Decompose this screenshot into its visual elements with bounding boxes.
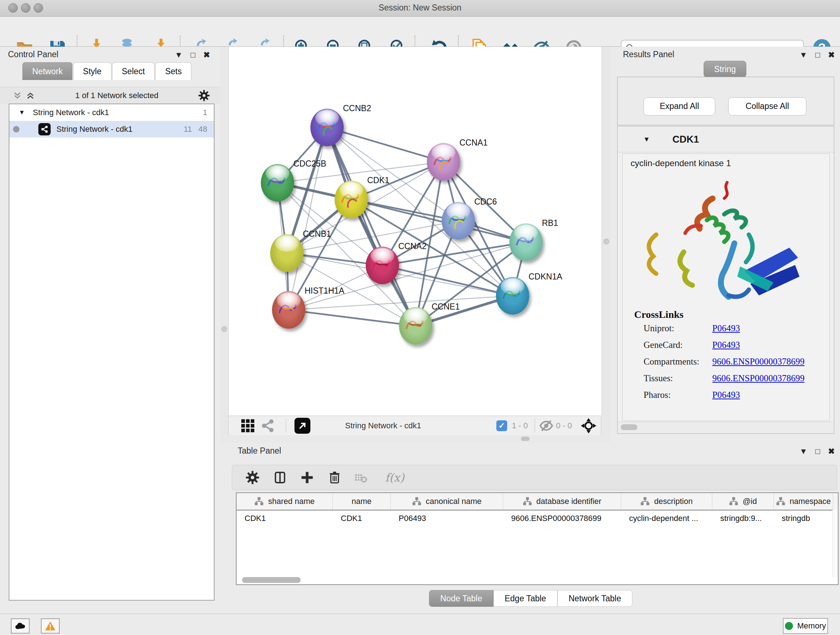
network-node-CCNB2[interactable] <box>310 109 344 146</box>
network-node-CDC6[interactable] <box>442 202 475 240</box>
panel-close-icon[interactable]: ✖ <box>203 51 210 59</box>
add-column-button[interactable] <box>297 467 317 488</box>
column-header-shared-name[interactable]: shared name <box>237 493 333 510</box>
detach-view-button[interactable] <box>294 416 310 435</box>
panel-menu-icon[interactable]: ▼ <box>175 51 183 59</box>
tab-style[interactable]: Style <box>73 62 111 80</box>
string-network-icon <box>38 123 51 135</box>
view-grid-button[interactable] <box>241 416 254 435</box>
selected-indicator[interactable]: ✓ <box>496 416 507 435</box>
tab-network[interactable]: Network <box>22 62 73 80</box>
delete-table-button[interactable] <box>350 467 370 488</box>
network-node-CDK1[interactable] <box>335 181 368 218</box>
expand-all-icon[interactable] <box>25 91 35 100</box>
network-node-CCNA2[interactable] <box>366 247 399 284</box>
left-splitter[interactable] <box>220 47 228 442</box>
cell[interactable]: 9606.ENSP00000378699 <box>503 514 621 523</box>
cell[interactable]: CDK1 <box>333 514 391 523</box>
cell[interactable]: cyclin-dependent ... <box>621 514 712 523</box>
hierarchy-icon <box>254 497 264 506</box>
panel-float-icon[interactable]: □ <box>191 51 195 59</box>
view-share-button[interactable] <box>261 416 275 435</box>
expand-all-button[interactable]: Expand All <box>644 97 715 116</box>
network-node-CCNB1[interactable] <box>270 234 303 272</box>
panel-float-icon[interactable]: □ <box>815 51 820 59</box>
collapse-all-icon[interactable] <box>12 91 22 100</box>
panel-menu-icon[interactable]: ▼ <box>799 51 807 59</box>
cell[interactable]: P06493 <box>391 514 503 523</box>
table-vscrollbar[interactable] <box>832 510 838 577</box>
cloud-icon <box>15 622 26 630</box>
network-canvas[interactable]: CCNB2CCNA1CDC25BCDK1CDC6RB1CCNB1CCNA2CDK… <box>228 47 602 416</box>
panel-close-icon[interactable]: ✖ <box>828 448 835 455</box>
show-columns-button[interactable] <box>270 467 290 488</box>
column-header-canonical-name[interactable]: canonical name <box>391 493 503 510</box>
collapse-all-button[interactable]: Collapse All <box>728 97 806 116</box>
edge-CCNE1-HIST1H1A[interactable] <box>289 310 416 326</box>
network-collection-row[interactable]: ▼ String Network - cdk1 1 <box>9 104 214 121</box>
warnings-button[interactable] <box>41 618 60 633</box>
crosslink-link[interactable]: P06493 <box>712 390 740 407</box>
column-header-database-identifier[interactable]: database identifier <box>503 493 621 510</box>
network-node-CDC25B[interactable] <box>261 164 294 202</box>
cell[interactable]: CDK1 <box>237 514 333 523</box>
protein-structure-image <box>632 174 820 304</box>
column-header-namespace[interactable]: namespace <box>774 493 833 510</box>
node-label-CCNE1: CCNE1 <box>431 302 460 312</box>
tab-string[interactable]: String <box>704 61 746 78</box>
tree-expander-icon[interactable]: ▼ <box>19 109 25 116</box>
gene-header-row[interactable]: ▼ CDK1 <box>618 127 834 152</box>
table-row[interactable]: CDK1CDK1P064939606.ENSP00000378699cyclin… <box>237 510 838 526</box>
column-header-name[interactable]: name <box>333 493 391 510</box>
tab-node-table[interactable]: Node Table <box>429 590 493 607</box>
column-header--id[interactable]: @id <box>712 493 774 510</box>
tab-sets[interactable]: Sets <box>155 62 191 80</box>
cloud-status-button[interactable] <box>11 618 30 633</box>
network-node-CCNA1[interactable] <box>427 143 460 181</box>
tab-edge-table[interactable]: Edge Table <box>493 590 557 607</box>
cell[interactable]: stringdb:9... <box>712 514 774 523</box>
network-row[interactable]: String Network - cdk1 11 48 <box>9 121 214 138</box>
network-node-CCNE1[interactable] <box>399 307 432 345</box>
hierarchy-icon <box>640 497 650 506</box>
delete-column-button[interactable] <box>325 467 345 488</box>
results-hscrollbar[interactable] <box>618 422 834 433</box>
function-builder-button[interactable]: f(x) <box>378 467 411 488</box>
crosslink-link[interactable]: 9606.ENSP00000378699 <box>712 356 805 373</box>
memory-button[interactable]: Memory <box>783 618 828 634</box>
edge-CCNB2-CCNA1[interactable] <box>327 127 444 162</box>
columns-icon <box>273 470 287 485</box>
right-splitter[interactable] <box>601 47 611 442</box>
detach-arrow-icon <box>294 418 310 434</box>
gene-name: CDK1 <box>673 134 699 145</box>
titlebar: Session: New Session <box>0 0 840 17</box>
node-table[interactable]: shared namenamecanonical namedatabase id… <box>236 492 838 585</box>
network-view-title: String Network - cdk1 <box>345 421 421 431</box>
tab-select[interactable]: Select <box>112 62 155 80</box>
table-hscrollbar[interactable] <box>237 577 831 583</box>
table-panel: Table Panel ▼ □ ✖ <box>220 442 840 614</box>
birdseye-button[interactable] <box>580 416 597 435</box>
network-node-CDKN1A[interactable] <box>496 277 529 315</box>
hidden-indicator[interactable] <box>539 416 554 435</box>
edge-CCNB2-CCNE1[interactable] <box>327 127 416 326</box>
memory-status-dot <box>785 622 793 630</box>
warning-icon <box>45 621 56 631</box>
window-title: Session: New Session <box>0 3 840 13</box>
table-settings-button[interactable] <box>242 467 263 488</box>
crosslink-label: Compartments: <box>644 356 712 373</box>
cell[interactable]: stringdb <box>774 514 833 523</box>
panel-float-icon[interactable]: □ <box>815 448 820 455</box>
gene-expander-icon[interactable]: ▼ <box>643 135 650 143</box>
crosslink-link[interactable]: P06493 <box>712 323 740 340</box>
column-header-description[interactable]: description <box>621 493 712 510</box>
network-node-HIST1H1A[interactable] <box>272 291 305 329</box>
tab-network-table[interactable]: Network Table <box>557 590 632 607</box>
crosslink-link[interactable]: P06493 <box>712 340 740 356</box>
network-node-RB1[interactable] <box>509 223 543 261</box>
crosslink-link[interactable]: 9606.ENSP00000378699 <box>712 373 805 390</box>
panel-menu-icon[interactable]: ▼ <box>799 448 807 455</box>
panel-close-icon[interactable]: ✖ <box>828 51 835 59</box>
network-options-gear-icon[interactable] <box>198 90 210 101</box>
edge-CCNB2-HIST1H1A[interactable] <box>289 127 327 310</box>
